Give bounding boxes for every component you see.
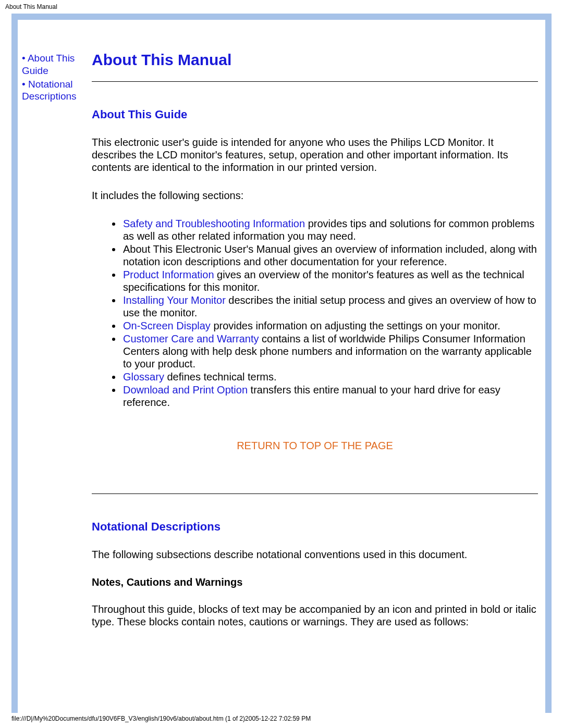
outer-frame: • About This Guide • Notational Descript…: [11, 14, 552, 713]
sidebar-item-about-this-guide[interactable]: • About This Guide: [22, 52, 91, 77]
list-item: Safety and Troubleshooting Information p…: [122, 217, 538, 242]
subsection-heading-notes-cautions-warnings: Notes, Cautions and Warnings: [92, 576, 538, 588]
paragraph: This electronic user's guide is intended…: [92, 136, 538, 174]
window-header: About This Manual: [0, 0, 563, 14]
paragraph: It includes the following sections:: [92, 189, 538, 202]
list-item: Customer Care and Warranty contains a li…: [122, 332, 538, 370]
paragraph: The following subsections describe notat…: [92, 548, 538, 561]
section-heading-about-this-guide: About This Guide: [92, 108, 538, 121]
horizontal-rule: [92, 81, 538, 82]
link-download-print[interactable]: Download and Print Option: [123, 384, 248, 396]
section-list: Safety and Troubleshooting Information p…: [92, 217, 538, 409]
main-content: About This Manual About This Guide This …: [91, 51, 539, 644]
section-heading-notational-descriptions: Notational Descriptions: [92, 520, 538, 534]
page-title: About This Manual: [92, 51, 538, 69]
list-item: Download and Print Option transfers this…: [122, 384, 538, 409]
list-item: On-Screen Display provides information o…: [122, 319, 538, 332]
list-item: Glossary defines technical terms.: [122, 371, 538, 383]
return-to-top: RETURN TO TOP OF THE PAGE: [92, 440, 538, 452]
link-glossary[interactable]: Glossary: [123, 371, 164, 382]
sidebar-nav: • About This Guide • Notational Descript…: [18, 51, 91, 104]
link-on-screen-display[interactable]: On-Screen Display: [123, 320, 211, 331]
list-item: Product Information gives an overview of…: [122, 268, 538, 293]
paragraph: Throughout this guide, blocks of text ma…: [92, 603, 538, 628]
window-title: About This Manual: [5, 3, 57, 10]
footer-file-path: file:///D|/My%20Documents/dfu/190V6FB_V3…: [0, 713, 563, 727]
link-product-information[interactable]: Product Information: [123, 269, 214, 280]
list-item: Installing Your Monitor describes the in…: [122, 294, 538, 319]
horizontal-rule: [92, 493, 538, 494]
return-to-top-link[interactable]: RETURN TO TOP OF THE PAGE: [237, 440, 393, 451]
sidebar-item-notational-descriptions[interactable]: • Notational Descriptions: [22, 78, 91, 103]
link-customer-care-warranty[interactable]: Customer Care and Warranty: [123, 333, 259, 344]
list-item: About This Electronic User's Manual give…: [122, 243, 538, 268]
page: • About This Guide • Notational Descript…: [18, 20, 545, 713]
link-installing-monitor[interactable]: Installing Your Monitor: [123, 294, 226, 306]
link-safety-troubleshooting[interactable]: Safety and Troubleshooting Information: [123, 218, 305, 229]
